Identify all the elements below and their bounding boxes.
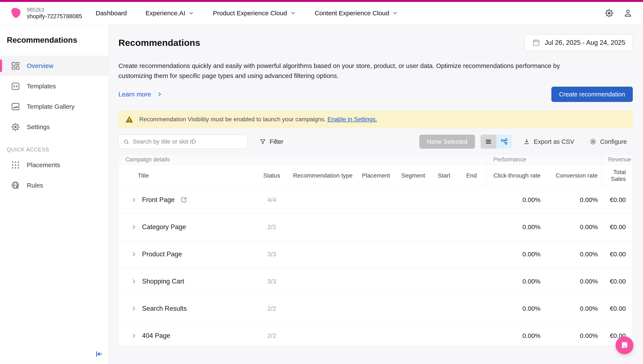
column-conversion-rate: Conversion rate — [544, 165, 601, 186]
table-toolbar: Filter None Selected — [118, 135, 633, 149]
column-click-through-rate: Click-through rate — [487, 172, 544, 179]
column-start: Start — [431, 172, 457, 179]
export-csv-label: Export as CSV — [534, 138, 574, 145]
row-conversion-rate: 0.00% — [544, 278, 601, 285]
table-row[interactable]: Category Page 2/2 0.00% 0.00% €0.00 — [119, 214, 632, 240]
table-row[interactable]: Shopping Cart 3/3 0.00% 0.00% €0.00 — [119, 268, 632, 295]
expand-chevron-icon[interactable] — [131, 278, 137, 285]
table-group-header: Campaign details Performance Revenue — [119, 154, 632, 165]
sidebar-item-settings[interactable]: Settings — [0, 117, 108, 137]
row-conversion-rate: 0.00% — [544, 196, 601, 204]
topbar-actions — [604, 8, 633, 18]
user-icon[interactable] — [623, 8, 633, 18]
view-toggle — [481, 135, 512, 149]
row-total-sales: €0.00 — [601, 224, 632, 231]
configure-button[interactable]: Configure — [583, 135, 633, 149]
expand-chevron-icon[interactable] — [131, 251, 137, 258]
row-title: Shopping Cart — [142, 278, 184, 285]
expand-chevron-icon[interactable] — [131, 305, 137, 312]
row-status: 2/2 — [255, 332, 289, 339]
filter-button[interactable]: Filter — [259, 138, 283, 145]
learn-more-link[interactable]: Learn more — [118, 91, 163, 98]
dots-grid-icon — [11, 160, 21, 170]
top-nav-item-experience-ai[interactable]: Experience.AI — [145, 10, 194, 17]
row-status: 2/2 — [255, 224, 289, 231]
collapse-sidebar-icon[interactable] — [94, 349, 104, 359]
row-click-through-rate: 0.00% — [487, 332, 544, 339]
column-placement: Placement — [357, 172, 395, 179]
enable-in-settings-link[interactable]: Enable in Settings. — [327, 116, 377, 122]
globe-arrow-icon — [11, 180, 21, 190]
calendar-icon — [532, 38, 541, 47]
row-conversion-rate: 0.00% — [544, 250, 601, 258]
table-column-header: Title Status Recommendation type Placeme… — [119, 165, 632, 186]
search-icon — [123, 139, 129, 145]
chat-bubble-icon — [620, 341, 629, 350]
top-nav-item-product-experience-cloud[interactable]: Product Experience Cloud — [213, 10, 296, 17]
gear-icon — [11, 122, 21, 132]
table-row[interactable]: 404 Page 2/2 0.00% 0.00% €0.00 — [119, 322, 632, 345]
page-title: Recommendations — [118, 38, 200, 48]
group-revenue: Revenue — [601, 154, 632, 165]
search-box — [118, 135, 248, 149]
row-total-sales: €0.00 — [601, 196, 632, 204]
search-input[interactable] — [118, 135, 248, 149]
filter-label: Filter — [270, 138, 283, 145]
sidebar-item-template-gallery[interactable]: Template Gallery — [0, 96, 108, 117]
chevron-down-icon — [188, 10, 194, 16]
sidebar-item-templates[interactable]: Templates — [0, 76, 108, 96]
top-nav-item-dashboard[interactable]: Dashboard — [96, 10, 127, 17]
row-total-sales: €0.00 — [601, 250, 632, 258]
row-conversion-rate: 0.00% — [544, 224, 601, 231]
account-block[interactable]: 9852k3 shopify-72275788085 — [10, 6, 82, 20]
warning-icon — [125, 115, 134, 124]
top-navigation: Dashboard Experience.AI Product Experien… — [96, 10, 398, 17]
list-icon — [485, 138, 492, 146]
chevron-down-icon — [290, 10, 296, 16]
none-selected-button[interactable]: None Selected — [419, 135, 475, 149]
sidebar-item-placements[interactable]: Placements — [0, 155, 108, 175]
chat-widget-button[interactable] — [615, 336, 633, 354]
chevron-down-icon — [392, 10, 398, 16]
sidebar-item-rules[interactable]: Rules — [0, 175, 108, 196]
column-status: Status — [255, 172, 289, 179]
row-click-through-rate: 0.00% — [487, 250, 544, 258]
table-row[interactable]: Product Page 3/3 0.00% 0.00% €0.00 — [119, 240, 632, 268]
grid-icon — [11, 61, 21, 71]
top-nav-item-content-experience-cloud[interactable]: Content Experience Cloud — [315, 10, 398, 17]
date-range-value: Jul 26, 2025 - Aug 24, 2025 — [545, 39, 625, 46]
row-click-through-rate: 0.00% — [487, 278, 544, 285]
table-row[interactable]: Front Page 4/4 0.00% 0.00% €0.00 — [119, 186, 632, 214]
table-row[interactable]: Search Results 2/2 0.00% 0.00% €0.00 — [119, 295, 632, 322]
row-status: 4/4 — [255, 196, 289, 204]
create-recommendation-button[interactable]: Create recommendation — [551, 87, 633, 102]
sidebar: Recommendations Overview Templates Templ… — [0, 25, 109, 364]
gear-icon — [589, 138, 597, 145]
quick-access-label: QUICK ACCESS — [0, 137, 108, 155]
configure-label: Configure — [600, 138, 627, 145]
account-id: 9852k3 — [27, 6, 82, 13]
date-range-picker[interactable]: Jul 26, 2025 - Aug 24, 2025 — [525, 34, 633, 51]
row-title: Search Results — [142, 305, 187, 312]
expand-chevron-icon[interactable] — [131, 196, 137, 203]
sidebar-item-overview[interactable]: Overview — [0, 56, 108, 76]
gear-icon[interactable] — [604, 8, 614, 18]
export-csv-button[interactable]: Export as CSV — [517, 135, 580, 149]
expand-chevron-icon[interactable] — [131, 224, 137, 230]
group-performance: Performance — [487, 154, 601, 165]
row-title: Front Page — [142, 196, 174, 204]
list-view-toggle[interactable] — [481, 135, 496, 149]
learn-more-label: Learn more — [118, 91, 151, 98]
row-status: 2/2 — [255, 305, 289, 312]
row-status: 3/3 — [255, 250, 289, 258]
external-link-icon[interactable] — [180, 196, 187, 203]
expand-chevron-icon[interactable] — [131, 332, 137, 339]
row-status: 3/3 — [255, 278, 289, 285]
row-click-through-rate: 0.00% — [487, 305, 544, 312]
row-total-sales: €0.00 — [601, 305, 632, 312]
page-description: Create recommendations quickly and easil… — [118, 61, 576, 81]
image-icon — [11, 102, 21, 112]
recommendations-table: Campaign details Performance Revenue Tit… — [118, 154, 633, 345]
column-title: Title — [119, 172, 255, 179]
tree-view-toggle[interactable] — [496, 135, 512, 149]
